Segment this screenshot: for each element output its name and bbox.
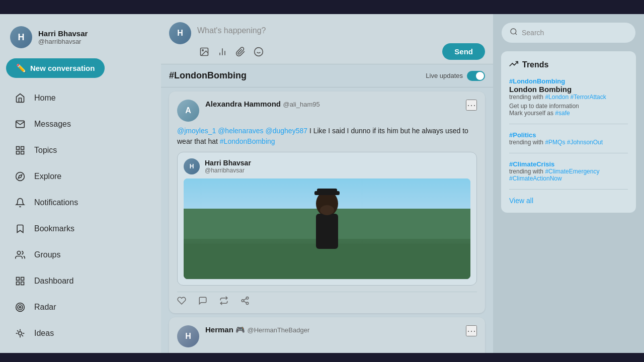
safe-link[interactable]: #safe [555, 110, 570, 117]
svg-marker-5 [18, 174, 22, 178]
compose-input[interactable] [197, 22, 485, 39]
svg-line-42 [515, 33, 517, 35]
tweet-meta-1: Alexandra Hammond @ali_ham95 [205, 100, 460, 109]
svg-rect-3 [21, 151, 24, 154]
svg-point-35 [320, 205, 334, 215]
avatar-initials: H [10, 26, 32, 48]
share-button-1[interactable] [240, 296, 250, 305]
right-sidebar: Trends #LondonBombing London Bombing tre… [493, 14, 644, 353]
svg-rect-7 [17, 278, 20, 281]
svg-line-40 [244, 299, 246, 300]
trend-related-london: #London #TerrorAttack [545, 94, 606, 101]
sidebar-item-notifications[interactable]: Notifications [6, 191, 155, 215]
svg-point-13 [19, 306, 21, 308]
trends-title-label: Trends [522, 60, 548, 69]
svg-rect-34 [316, 214, 338, 249]
search-box[interactable] [501, 22, 636, 43]
tweet-author-1: Alexandra Hammond [205, 100, 281, 108]
chart-button[interactable] [215, 45, 229, 59]
trends-icon [509, 59, 518, 70]
sidebar: H Harri Bhavsar @harribhavsar ✏️ New con… [0, 14, 161, 353]
app-container: H Harri Bhavsar @harribhavsar ✏️ New con… [0, 14, 644, 353]
sidebar-item-topics[interactable]: Topics [6, 138, 155, 162]
sidebar-item-ideas[interactable]: Ideas [6, 321, 155, 345]
emoji-button[interactable] [252, 45, 266, 59]
tweet-more-button-1[interactable]: ⋯ [466, 100, 477, 111]
compose-right: Send [197, 22, 485, 64]
tweet-header-1: A Alexandra Hammond @ali_ham95 ⋯ [177, 100, 477, 122]
feed: #LondonBombing Live updates A Alexandra … [161, 64, 493, 353]
svg-line-16 [17, 330, 18, 331]
trend-hashtag-london[interactable]: #LondonBombing [509, 77, 628, 85]
svg-point-4 [16, 172, 25, 181]
quoted-author: Harri Bhavsar [205, 159, 251, 167]
pencil-icon: ✏️ [16, 63, 26, 73]
radar-icon [14, 301, 26, 313]
quoted-avatar: H [184, 158, 200, 174]
new-conversation-label: New conversation [30, 64, 95, 72]
trend-hashtag-header: #LondonBombing [169, 70, 247, 81]
send-button[interactable]: Send [442, 43, 485, 60]
person-figure [302, 186, 352, 279]
like-button-1[interactable] [177, 296, 186, 305]
retweet-button-1[interactable] [219, 296, 228, 305]
trend-hashtag-politics[interactable]: #Politics [509, 131, 628, 139]
trend-sub-climate: trending with #ClimateEmergency#ClimateA… [509, 168, 628, 182]
sidebar-item-messages-label: Messages [34, 120, 71, 129]
compose-avatar: H [169, 22, 191, 44]
trend-item-politics: #Politics trending with #PMQs #JohnsonOu… [509, 131, 628, 153]
tweet-header-2: H Herman 🎮 @HermanTheBadger ⋯ [177, 325, 477, 347]
ideas-icon [14, 327, 26, 339]
search-icon [510, 28, 518, 38]
trend-item-climate: #ClimateCrisis trending with #ClimateEme… [509, 160, 628, 190]
sidebar-item-groups[interactable]: Groups [6, 243, 155, 267]
reply-button-1[interactable] [198, 296, 207, 305]
new-conversation-button[interactable]: ✏️ New conversation [6, 58, 105, 78]
sidebar-item-explore[interactable]: Explore [6, 164, 155, 189]
sidebar-item-bookmarks[interactable]: Bookmarks [6, 217, 155, 241]
svg-point-24 [202, 49, 204, 51]
trend-name-london: London Bombing [509, 85, 628, 94]
tweet-author-2: Herman 🎮 [205, 325, 245, 334]
sidebar-item-groups-label: Groups [34, 250, 60, 259]
trend-sub-politics: trending with #PMQs #JohnsonOut [509, 139, 628, 146]
quoted-tweet-header: H Harri Bhavsar @harribhavsar [184, 158, 470, 174]
sidebar-item-home[interactable]: Home [6, 86, 155, 110]
sidebar-item-dashboard[interactable]: Dashboard [6, 269, 155, 293]
attach-button[interactable] [233, 45, 248, 59]
top-bar [0, 0, 644, 14]
trend-hashtag-climate[interactable]: #ClimateCrisis [509, 160, 628, 168]
trend-related-climate: #ClimateEmergency#ClimateActionNow [509, 168, 599, 182]
messages-icon [14, 118, 26, 130]
view-all-link[interactable]: View all [509, 197, 628, 205]
tweet-card-2: H Herman 🎮 @HermanTheBadger ⋯ @ali_ham95… [169, 317, 485, 353]
svg-rect-33 [317, 189, 337, 194]
svg-line-17 [22, 335, 23, 336]
trends-panel: Trends #LondonBombing London Bombing tre… [501, 51, 636, 213]
svg-rect-8 [21, 278, 24, 281]
sidebar-item-ideas-label: Ideas [34, 329, 54, 338]
svg-rect-10 [21, 282, 24, 285]
compose-toolbar: Send [197, 39, 485, 64]
svg-point-41 [511, 29, 516, 34]
image-upload-button[interactable] [197, 45, 211, 59]
svg-point-37 [242, 300, 244, 302]
compose-area: H Send [161, 14, 493, 64]
sidebar-item-radar[interactable]: Radar [6, 295, 155, 319]
trend-header: #LondonBombing Live updates [161, 64, 493, 87]
tweet-handle-1: @ali_ham95 [283, 101, 320, 108]
trend-safe-text: Get up to date informationMark yourself … [509, 103, 628, 117]
live-toggle-switch[interactable] [467, 71, 485, 81]
search-input[interactable] [522, 29, 627, 37]
sidebar-item-home-label: Home [34, 94, 56, 103]
live-updates-toggle[interactable]: Live updates [426, 71, 485, 81]
svg-point-28 [255, 47, 263, 56]
tweet-more-button-2[interactable]: ⋯ [466, 325, 477, 336]
main-content: H Send [161, 14, 493, 353]
sidebar-item-messages[interactable]: Messages [6, 112, 155, 136]
quoted-tweet: H Harri Bhavsar @harribhavsar [177, 152, 477, 286]
bottom-bar [0, 353, 644, 362]
sidebar-item-dashboard-label: Dashboard [34, 277, 73, 286]
svg-rect-0 [17, 147, 20, 150]
trend-related-politics: #PMQs #JohnsonOut [545, 139, 603, 146]
